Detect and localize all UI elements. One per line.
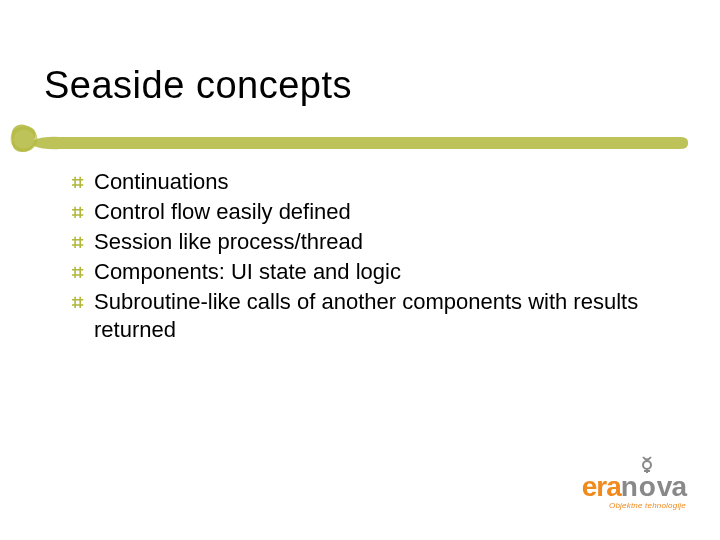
hash-bullet-icon: ⌗ [72, 288, 94, 316]
list-item: ⌗ Session like process/thread [72, 228, 660, 256]
logo-part-era: era [582, 471, 621, 503]
list-item-text: Session like process/thread [94, 228, 660, 256]
svg-point-1 [643, 461, 651, 469]
list-item: ⌗ Control flow easily defined [72, 198, 660, 226]
hash-bullet-icon: ⌗ [72, 168, 94, 196]
title-underline-brush [0, 118, 720, 154]
list-item-text: Components: UI state and logic [94, 258, 660, 286]
bullet-list: ⌗ Continuations ⌗ Control flow easily de… [72, 168, 660, 346]
list-item-text: Continuations [94, 168, 660, 196]
logo-part-va: va [657, 471, 686, 502]
hash-bullet-icon: ⌗ [72, 198, 94, 226]
list-item: ⌗ Continuations [72, 168, 660, 196]
list-item: ⌗ Subroutine-like calls of another compo… [72, 288, 660, 344]
hash-bullet-icon: ⌗ [72, 258, 94, 286]
logo-mercury-icon: o [637, 471, 657, 503]
logo-part-n: n [621, 471, 637, 502]
list-item-text: Control flow easily defined [94, 198, 660, 226]
slide-title: Seaside concepts [44, 64, 680, 107]
brand-logo: eranova Objektne tehnologije [582, 471, 686, 510]
list-item: ⌗ Components: UI state and logic [72, 258, 660, 286]
hash-bullet-icon: ⌗ [72, 228, 94, 256]
list-item-text: Subroutine-like calls of another compone… [94, 288, 660, 344]
